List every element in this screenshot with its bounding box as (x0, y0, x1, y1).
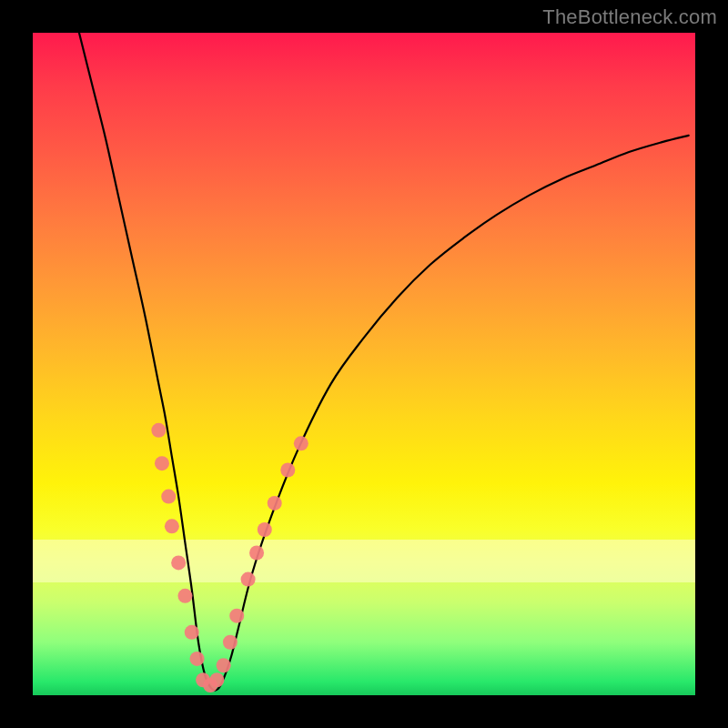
marker-dot (185, 625, 199, 640)
chart-svg (33, 33, 695, 695)
marker-dot (151, 423, 166, 438)
marker-dot (209, 672, 224, 687)
curve-layer (79, 33, 689, 691)
watermark-text: TheBottleneck.com (542, 5, 717, 29)
marker-dot (258, 522, 272, 537)
marker-dot (203, 678, 217, 693)
marker-dot (294, 436, 308, 450)
marker-dot (161, 490, 176, 504)
marker-dot (190, 652, 205, 666)
plot-area (33, 33, 695, 695)
marker-dot (241, 572, 256, 587)
marker-dot (155, 456, 169, 470)
marker-dot (165, 519, 179, 533)
chart-frame: TheBottleneck.com (0, 0, 728, 728)
marker-dot (229, 609, 244, 623)
marker-dot (217, 658, 231, 672)
marker-dot (249, 545, 264, 560)
marker-dot (223, 635, 238, 650)
marker-dot (171, 555, 186, 570)
marker-dot (177, 589, 192, 603)
marker-dot (196, 672, 210, 687)
marker-dot (280, 462, 295, 477)
marker-layer (151, 423, 308, 693)
bottleneck-curve (79, 33, 689, 691)
pale-band (33, 540, 695, 582)
marker-dot (268, 496, 282, 511)
